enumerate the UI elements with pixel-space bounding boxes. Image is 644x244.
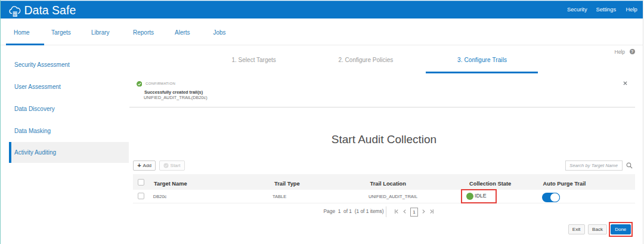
svg-text:DV: DV	[13, 14, 17, 17]
